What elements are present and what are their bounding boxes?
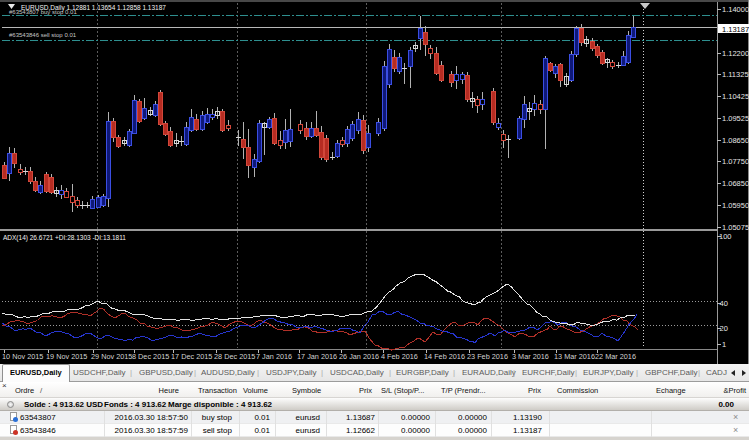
svg-text:14 Feb 2016: 14 Feb 2016: [424, 352, 465, 361]
svg-text:1.09525: 1.09525: [722, 114, 749, 123]
svg-text:19 Nov 2015: 19 Nov 2015: [46, 352, 87, 361]
svg-text:20: 20: [720, 324, 728, 333]
svg-text:1.12200: 1.12200: [722, 49, 749, 58]
svg-text:1.08650: 1.08650: [722, 136, 749, 145]
svg-text:4 Feb 2016: 4 Feb 2016: [381, 352, 418, 361]
svg-text:1.07750: 1.07750: [722, 157, 749, 166]
svg-text:17 Jan 2016: 17 Jan 2016: [297, 352, 337, 361]
svg-text:1: 1: [722, 340, 726, 349]
svg-text:1.11325: 1.11325: [722, 70, 749, 79]
svg-text:1.14000: 1.14000: [722, 5, 749, 14]
svg-text:100: 100: [719, 232, 732, 241]
svg-text:13 Mar 2016: 13 Mar 2016: [554, 352, 595, 361]
svg-text:26 Jan 2016: 26 Jan 2016: [339, 352, 379, 361]
svg-text:3 Mar 2016: 3 Mar 2016: [512, 352, 549, 361]
svg-text:10 Nov 2015: 10 Nov 2015: [2, 352, 43, 361]
svg-text:7 Jan 2016: 7 Jan 2016: [256, 352, 292, 361]
svg-text:1.06850: 1.06850: [722, 179, 749, 188]
svg-text:#63543846 sell stop 0.01: #63543846 sell stop 0.01: [9, 32, 77, 38]
svg-text:1.05075: 1.05075: [722, 223, 749, 232]
svg-text:23 Feb 2016: 23 Feb 2016: [467, 352, 508, 361]
svg-text:40: 40: [720, 299, 728, 308]
svg-text:#63543807 buy stop 0.01: #63543807 buy stop 0.01: [9, 9, 77, 15]
svg-text:ADX(14) 26.6721 +DI:28.1303 -D: ADX(14) 26.6721 +DI:28.1303 -DI:13.1811: [3, 234, 126, 242]
svg-text:28 Dec 2015: 28 Dec 2015: [214, 352, 255, 361]
svg-text:1.05950: 1.05950: [722, 201, 749, 210]
svg-text:22 Mar 2016: 22 Mar 2016: [595, 352, 636, 361]
svg-text:1.10425: 1.10425: [722, 92, 749, 101]
svg-text:29 Nov 2015: 29 Nov 2015: [91, 352, 132, 361]
svg-text:1.13187: 1.13187: [722, 25, 749, 34]
svg-text:8 Dec 2015: 8 Dec 2015: [132, 352, 169, 361]
svg-text:17 Dec 2015: 17 Dec 2015: [171, 352, 212, 361]
